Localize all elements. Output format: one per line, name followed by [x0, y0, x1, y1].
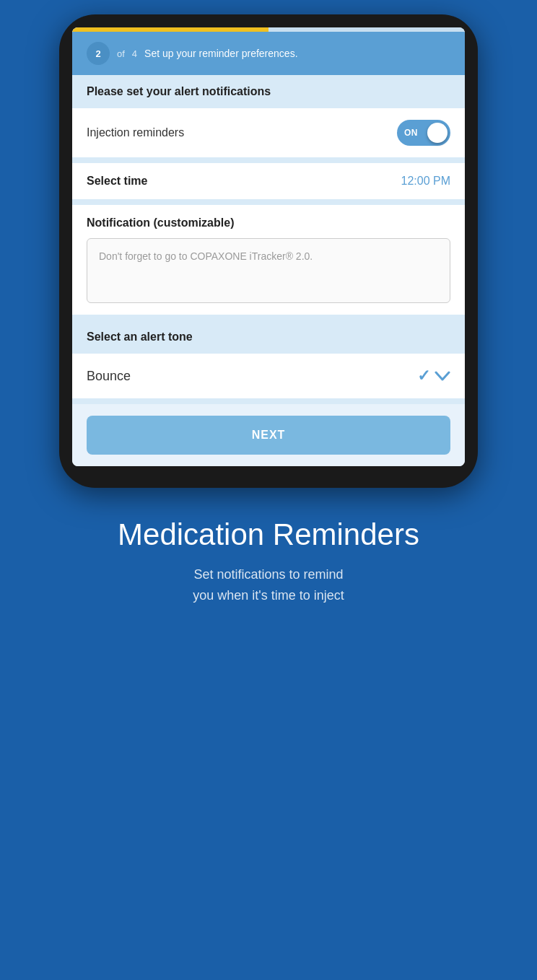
step-total: 4 [132, 48, 137, 59]
select-time-label: Select time [87, 175, 147, 188]
divider-1 [72, 157, 465, 163]
toggle-knob [427, 123, 448, 143]
next-button[interactable]: NEXT [87, 416, 450, 455]
alert-tone-header: Select an alert tone [72, 320, 465, 354]
step-description: Set up your reminder preferences. [144, 48, 297, 59]
chevron-down-icon: ✓ [417, 367, 450, 385]
divider-3 [72, 315, 465, 320]
divider-2 [72, 199, 465, 205]
step-indicator: 2 of 4 Set up your reminder preferences. [72, 32, 465, 75]
divider-4 [72, 398, 465, 404]
bottom-title: Medication Reminders [36, 517, 501, 553]
injection-reminders-row: Injection reminders ON [72, 108, 465, 157]
notification-label: Notification (customizable) [87, 216, 450, 229]
notification-section: Notification (customizable) Don't forget… [72, 205, 465, 315]
alert-notifications-header: Please set your alert notifications [72, 75, 465, 108]
phone-screen: 2 of 4 Set up your reminder preferences.… [72, 27, 465, 466]
bottom-subtitle-text: Set notifications to remindyou when it's… [193, 567, 344, 603]
select-time-row[interactable]: Select time 12:00 PM [72, 163, 465, 199]
phone-shell: 2 of 4 Set up your reminder preferences.… [59, 14, 478, 488]
step-of-label: of [117, 48, 125, 59]
step-current: 2 [95, 48, 100, 59]
alert-tone-row[interactable]: Bounce ✓ [72, 354, 465, 398]
step-badge: 2 [87, 42, 110, 65]
notification-input[interactable]: Don't forget to go to COPAXONE iTracker®… [87, 238, 450, 303]
bottom-section: Medication Reminders Set notifications t… [0, 488, 537, 642]
button-area: NEXT [72, 404, 465, 466]
alert-tone-value: Bounce [87, 369, 131, 384]
time-value: 12:00 PM [401, 175, 450, 188]
injection-label: Injection reminders [87, 126, 184, 139]
injection-toggle[interactable]: ON [397, 120, 450, 146]
toggle-label: ON [404, 128, 418, 138]
bottom-subtitle: Set notifications to remindyou when it's… [36, 564, 501, 606]
